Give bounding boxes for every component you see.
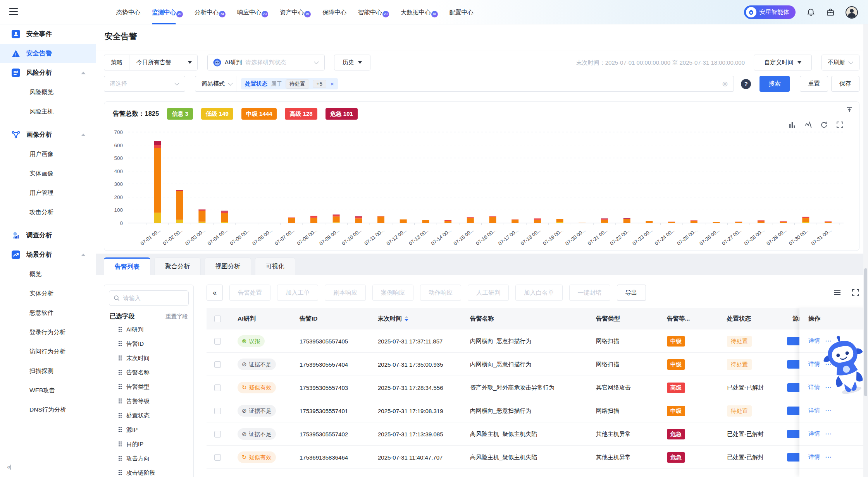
field-item-7[interactable]: 处置状态 xyxy=(104,408,193,423)
custom-time-button[interactable]: 自定义时间 xyxy=(754,55,812,70)
detail-link[interactable]: 详情 xyxy=(808,453,820,461)
more-actions-icon[interactable]: ⋯ xyxy=(825,407,832,415)
row-checkbox[interactable] xyxy=(214,361,221,368)
field-item-3[interactable]: 末次时间 xyxy=(104,351,193,365)
sidebar-item-10[interactable]: 攻击分析 xyxy=(0,202,96,222)
nav-item-4[interactable]: 响应中心AI xyxy=(237,0,268,24)
nav-item-3[interactable]: 分析中心AI xyxy=(195,0,226,24)
column-settings-icon[interactable] xyxy=(834,289,841,297)
help-icon[interactable]: ? xyxy=(741,79,751,89)
sidebar-item-13[interactable]: 概览 xyxy=(0,264,96,284)
field-item-8[interactable]: 源IP xyxy=(104,423,193,437)
nav-item-8[interactable]: 大数据中心AI xyxy=(401,0,438,24)
sort-icon[interactable] xyxy=(405,316,408,322)
more-actions-icon[interactable]: ⋯ xyxy=(825,383,832,391)
more-actions-icon[interactable]: ⋯ xyxy=(825,360,832,368)
filter-condition-tag[interactable]: 处置状态 属于 待处置 +5 × xyxy=(241,78,338,89)
sidebar-item-5[interactable]: 风险主机 xyxy=(0,102,96,121)
field-select[interactable]: 请选择 xyxy=(104,76,185,92)
reset-fields-button[interactable]: 重置字段 xyxy=(165,313,188,320)
field-search-input[interactable]: 请输入 xyxy=(109,290,189,306)
notification-bell-icon[interactable] xyxy=(806,8,815,17)
detail-link[interactable]: 详情 xyxy=(808,337,820,345)
field-item-5[interactable]: 告警类型 xyxy=(104,380,193,394)
bar-chart-icon[interactable] xyxy=(789,121,796,129)
field-item-2[interactable]: 告警ID xyxy=(104,337,193,351)
nav-item-7[interactable]: 智能中心AI xyxy=(358,0,389,24)
field-item-10[interactable]: 攻击方向 xyxy=(104,451,193,466)
sidebar-item-8[interactable]: 实体画像 xyxy=(0,164,96,183)
more-actions-icon[interactable]: ⋯ xyxy=(825,337,832,345)
hamburger-menu-icon[interactable] xyxy=(9,8,18,16)
sidebar-item-7[interactable]: 用户画像 xyxy=(0,144,96,164)
query-input[interactable]: 简易模式 处置状态 属于 待处置 +5 × ⊗ xyxy=(195,76,734,92)
sidebar-item-17[interactable]: 访问行为分析 xyxy=(0,342,96,361)
sidebar-item-6[interactable]: 画像分析 xyxy=(0,125,96,144)
sidebar-item-15[interactable]: 恶意软件 xyxy=(0,303,96,323)
row-checkbox[interactable] xyxy=(214,338,221,345)
sidebar-item-12[interactable]: 场景分析 xyxy=(0,245,96,264)
sidebar-item-2[interactable]: 安全告警 xyxy=(0,44,96,63)
sidebar-item-20[interactable]: DNS行为分析 xyxy=(0,400,96,419)
sidebar-item-4[interactable]: 风险概览 xyxy=(0,82,96,102)
ai-agent-button[interactable]: 安星智能体 xyxy=(744,5,796,19)
nav-item-2[interactable]: 监测中心AI xyxy=(152,0,183,24)
sidebar-item-1[interactable]: 安全事件 xyxy=(0,24,96,44)
ai-verdict-select[interactable]: AI研判 请选择研判状态 xyxy=(207,55,325,70)
ai-verdict-badge: ↻疑似有效 xyxy=(238,451,276,463)
svg-text:07-21 00...: 07-21 00... xyxy=(587,227,609,247)
remove-tag-icon[interactable]: × xyxy=(331,81,334,87)
sidebar-item-9[interactable]: 用户管理 xyxy=(0,183,96,202)
field-item-9[interactable]: 目的IP xyxy=(104,437,193,451)
sidebar-item-14[interactable]: 实体分析 xyxy=(0,284,96,303)
table-fullscreen-icon[interactable] xyxy=(852,289,859,297)
line-chart-icon[interactable] xyxy=(804,121,812,129)
more-actions-icon[interactable]: ⋯ xyxy=(825,453,832,461)
field-item-1[interactable]: AI研判 xyxy=(104,323,193,337)
fullscreen-icon[interactable] xyxy=(836,121,844,129)
detail-link[interactable]: 详情 xyxy=(808,384,820,391)
app-toolbox-icon[interactable] xyxy=(826,8,835,17)
sidebar-item-18[interactable]: 扫描探测 xyxy=(0,361,96,381)
tab-4[interactable]: 可视化 xyxy=(255,257,295,275)
user-avatar[interactable] xyxy=(846,6,858,19)
search-button[interactable]: 搜索 xyxy=(760,76,790,92)
row-checkbox[interactable] xyxy=(214,454,221,461)
query-mode-select[interactable]: 简易模式 xyxy=(195,76,236,91)
nav-item-6[interactable]: 保障中心 xyxy=(322,0,346,24)
collapse-fields-button[interactable]: « xyxy=(207,285,223,301)
sidebar-collapse-icon[interactable]: « xyxy=(7,463,11,471)
tab-3[interactable]: 视图分析 xyxy=(205,257,251,275)
clear-query-icon[interactable]: ⊗ xyxy=(722,79,728,88)
row-checkbox[interactable] xyxy=(214,408,221,414)
reset-button[interactable]: 重置 xyxy=(800,76,828,92)
sidebar-item-19[interactable]: WEB攻击 xyxy=(0,381,96,400)
nav-item-5[interactable]: 资产中心AI xyxy=(280,0,311,24)
refresh-icon[interactable] xyxy=(820,121,828,129)
field-item-6[interactable]: 告警等级 xyxy=(104,394,193,408)
toolbar-button-9[interactable]: 导出 xyxy=(617,285,646,301)
sidebar-item-16[interactable]: 登录行为分析 xyxy=(0,323,96,342)
nav-item-9[interactable]: 配置中心 xyxy=(450,0,474,24)
more-actions-icon[interactable]: ⋯ xyxy=(825,430,832,438)
detail-link[interactable]: 详情 xyxy=(808,407,820,414)
tab-2[interactable]: 聚合分析 xyxy=(154,257,201,275)
detail-link[interactable]: 详情 xyxy=(808,430,820,438)
row-checkbox[interactable] xyxy=(214,384,221,391)
strategy-select[interactable]: 策略 今日所有告警 xyxy=(104,55,198,70)
field-item-4[interactable]: 告警名称 xyxy=(104,365,193,380)
sidebar-item-label: 实体分析 xyxy=(29,290,53,298)
tab-1[interactable]: 告警列表 xyxy=(104,257,150,275)
save-button[interactable]: 保存 xyxy=(831,76,859,92)
sidebar-item-11[interactable]: 调查分析 xyxy=(0,226,96,245)
refresh-mode-select[interactable]: 不刷新 xyxy=(822,55,859,70)
detail-link[interactable]: 详情 xyxy=(808,360,820,368)
collapse-panel-icon[interactable] xyxy=(846,106,853,114)
scrollbar-thumb[interactable] xyxy=(864,268,867,396)
nav-item-1[interactable]: 态势中心 xyxy=(116,0,140,24)
row-checkbox[interactable] xyxy=(214,431,221,438)
field-item-11[interactable]: 攻击链阶段 xyxy=(104,466,193,477)
history-button[interactable]: 历史 xyxy=(334,55,370,70)
sidebar-item-3[interactable]: 风险分析 xyxy=(0,63,96,82)
select-all-checkbox[interactable] xyxy=(214,316,221,322)
